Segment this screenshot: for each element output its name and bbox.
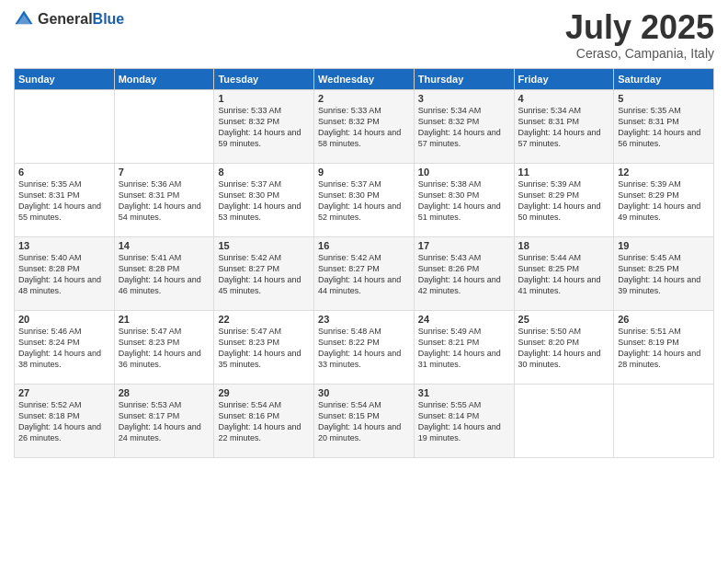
header-saturday: Saturday bbox=[614, 68, 714, 89]
calendar-table: Sunday Monday Tuesday Wednesday Thursday… bbox=[14, 68, 714, 458]
day-number: 12 bbox=[618, 167, 710, 178]
cell-info: Sunrise: 5:33 AMSunset: 8:32 PMDaylight:… bbox=[318, 106, 401, 148]
cell-info: Sunrise: 5:53 AMSunset: 8:17 PMDaylight:… bbox=[119, 400, 201, 442]
calendar-page: GeneralBlue July 2025 Ceraso, Campania, … bbox=[0, 0, 728, 563]
calendar-cell: 16Sunrise: 5:42 AMSunset: 8:27 PMDayligh… bbox=[314, 236, 415, 310]
day-number: 16 bbox=[318, 240, 410, 251]
cell-info: Sunrise: 5:39 AMSunset: 8:29 PMDaylight:… bbox=[618, 179, 700, 222]
logo-blue: Blue bbox=[93, 11, 125, 27]
calendar-cell: 29Sunrise: 5:54 AMSunset: 8:16 PMDayligh… bbox=[214, 384, 314, 457]
day-number: 9 bbox=[318, 167, 410, 178]
header-monday: Monday bbox=[114, 68, 214, 89]
header-thursday: Thursday bbox=[414, 68, 514, 89]
week-row-1: 1Sunrise: 5:33 AMSunset: 8:32 PMDaylight… bbox=[15, 89, 714, 163]
day-number: 31 bbox=[418, 387, 510, 398]
location-title: Ceraso, Campania, Italy bbox=[565, 46, 714, 61]
day-number: 20 bbox=[18, 314, 110, 325]
day-number: 27 bbox=[18, 387, 110, 398]
day-number: 14 bbox=[119, 240, 210, 251]
cell-info: Sunrise: 5:39 AMSunset: 8:29 PMDaylight:… bbox=[518, 179, 601, 222]
calendar-cell: 17Sunrise: 5:43 AMSunset: 8:26 PMDayligh… bbox=[414, 236, 514, 310]
header-tuesday: Tuesday bbox=[214, 68, 314, 89]
day-number: 25 bbox=[518, 314, 610, 325]
day-number: 30 bbox=[318, 387, 410, 398]
calendar-cell: 7Sunrise: 5:36 AMSunset: 8:31 PMDaylight… bbox=[114, 163, 214, 236]
calendar-cell bbox=[614, 384, 714, 457]
day-number: 19 bbox=[618, 240, 710, 251]
cell-info: Sunrise: 5:51 AMSunset: 8:19 PMDaylight:… bbox=[618, 327, 700, 369]
day-number: 23 bbox=[318, 314, 410, 325]
calendar-cell bbox=[15, 89, 115, 163]
cell-info: Sunrise: 5:34 AMSunset: 8:31 PMDaylight:… bbox=[518, 106, 601, 148]
week-row-4: 20Sunrise: 5:46 AMSunset: 8:24 PMDayligh… bbox=[15, 310, 714, 384]
cell-info: Sunrise: 5:34 AMSunset: 8:32 PMDaylight:… bbox=[418, 106, 501, 148]
cell-info: Sunrise: 5:38 AMSunset: 8:30 PMDaylight:… bbox=[418, 179, 501, 222]
calendar-cell: 25Sunrise: 5:50 AMSunset: 8:20 PMDayligh… bbox=[514, 310, 614, 384]
month-title: July 2025 bbox=[565, 9, 714, 46]
cell-info: Sunrise: 5:33 AMSunset: 8:32 PMDaylight:… bbox=[218, 106, 301, 148]
title-block: July 2025 Ceraso, Campania, Italy bbox=[565, 9, 714, 61]
calendar-cell: 5Sunrise: 5:35 AMSunset: 8:31 PMDaylight… bbox=[614, 89, 714, 163]
calendar-cell: 30Sunrise: 5:54 AMSunset: 8:15 PMDayligh… bbox=[314, 384, 415, 457]
cell-info: Sunrise: 5:44 AMSunset: 8:25 PMDaylight:… bbox=[518, 253, 601, 295]
weekday-header-row: Sunday Monday Tuesday Wednesday Thursday… bbox=[15, 68, 714, 89]
day-number: 29 bbox=[218, 387, 310, 398]
day-number: 8 bbox=[218, 167, 310, 178]
week-row-5: 27Sunrise: 5:52 AMSunset: 8:18 PMDayligh… bbox=[15, 384, 714, 457]
cell-info: Sunrise: 5:43 AMSunset: 8:26 PMDaylight:… bbox=[418, 253, 501, 295]
header-wednesday: Wednesday bbox=[314, 68, 415, 89]
cell-info: Sunrise: 5:49 AMSunset: 8:21 PMDaylight:… bbox=[418, 327, 501, 369]
day-number: 1 bbox=[218, 93, 310, 104]
cell-info: Sunrise: 5:37 AMSunset: 8:30 PMDaylight:… bbox=[318, 179, 401, 222]
calendar-cell: 8Sunrise: 5:37 AMSunset: 8:30 PMDaylight… bbox=[214, 163, 314, 236]
cell-info: Sunrise: 5:52 AMSunset: 8:18 PMDaylight:… bbox=[18, 400, 101, 442]
header-friday: Friday bbox=[514, 68, 614, 89]
calendar-cell: 28Sunrise: 5:53 AMSunset: 8:17 PMDayligh… bbox=[114, 384, 214, 457]
cell-info: Sunrise: 5:47 AMSunset: 8:23 PMDaylight:… bbox=[119, 327, 201, 369]
page-header: GeneralBlue July 2025 Ceraso, Campania, … bbox=[14, 9, 714, 61]
calendar-cell: 1Sunrise: 5:33 AMSunset: 8:32 PMDaylight… bbox=[214, 89, 314, 163]
day-number: 4 bbox=[518, 93, 610, 104]
day-number: 21 bbox=[119, 314, 210, 325]
day-number: 26 bbox=[618, 314, 710, 325]
day-number: 24 bbox=[418, 314, 510, 325]
day-number: 13 bbox=[18, 240, 110, 251]
calendar-cell bbox=[514, 384, 614, 457]
header-sunday: Sunday bbox=[15, 68, 115, 89]
day-number: 5 bbox=[618, 93, 710, 104]
cell-info: Sunrise: 5:37 AMSunset: 8:30 PMDaylight:… bbox=[218, 179, 301, 222]
day-number: 2 bbox=[318, 93, 410, 104]
calendar-cell: 3Sunrise: 5:34 AMSunset: 8:32 PMDaylight… bbox=[414, 89, 514, 163]
logo-icon bbox=[14, 9, 34, 29]
calendar-cell: 10Sunrise: 5:38 AMSunset: 8:30 PMDayligh… bbox=[414, 163, 514, 236]
day-number: 18 bbox=[518, 240, 610, 251]
calendar-cell: 18Sunrise: 5:44 AMSunset: 8:25 PMDayligh… bbox=[514, 236, 614, 310]
cell-info: Sunrise: 5:45 AMSunset: 8:25 PMDaylight:… bbox=[618, 253, 700, 295]
logo: GeneralBlue bbox=[14, 9, 124, 29]
day-number: 11 bbox=[518, 167, 610, 178]
calendar-cell: 24Sunrise: 5:49 AMSunset: 8:21 PMDayligh… bbox=[414, 310, 514, 384]
cell-info: Sunrise: 5:36 AMSunset: 8:31 PMDaylight:… bbox=[119, 179, 201, 222]
day-number: 17 bbox=[418, 240, 510, 251]
day-number: 15 bbox=[218, 240, 310, 251]
cell-info: Sunrise: 5:48 AMSunset: 8:22 PMDaylight:… bbox=[318, 327, 401, 369]
cell-info: Sunrise: 5:54 AMSunset: 8:15 PMDaylight:… bbox=[318, 400, 401, 442]
day-number: 7 bbox=[119, 167, 210, 178]
calendar-cell: 26Sunrise: 5:51 AMSunset: 8:19 PMDayligh… bbox=[614, 310, 714, 384]
cell-info: Sunrise: 5:35 AMSunset: 8:31 PMDaylight:… bbox=[618, 106, 700, 148]
calendar-cell bbox=[114, 89, 214, 163]
calendar-cell: 27Sunrise: 5:52 AMSunset: 8:18 PMDayligh… bbox=[15, 384, 115, 457]
calendar-cell: 14Sunrise: 5:41 AMSunset: 8:28 PMDayligh… bbox=[114, 236, 214, 310]
cell-info: Sunrise: 5:42 AMSunset: 8:27 PMDaylight:… bbox=[218, 253, 301, 295]
cell-info: Sunrise: 5:55 AMSunset: 8:14 PMDaylight:… bbox=[418, 400, 501, 442]
calendar-cell: 9Sunrise: 5:37 AMSunset: 8:30 PMDaylight… bbox=[314, 163, 415, 236]
calendar-cell: 20Sunrise: 5:46 AMSunset: 8:24 PMDayligh… bbox=[15, 310, 115, 384]
calendar-cell: 22Sunrise: 5:47 AMSunset: 8:23 PMDayligh… bbox=[214, 310, 314, 384]
calendar-cell: 2Sunrise: 5:33 AMSunset: 8:32 PMDaylight… bbox=[314, 89, 415, 163]
cell-info: Sunrise: 5:40 AMSunset: 8:28 PMDaylight:… bbox=[18, 253, 101, 295]
logo-general: General bbox=[38, 11, 93, 27]
logo-text: GeneralBlue bbox=[38, 11, 124, 28]
cell-info: Sunrise: 5:47 AMSunset: 8:23 PMDaylight:… bbox=[218, 327, 301, 369]
cell-info: Sunrise: 5:54 AMSunset: 8:16 PMDaylight:… bbox=[218, 400, 301, 442]
cell-info: Sunrise: 5:35 AMSunset: 8:31 PMDaylight:… bbox=[18, 179, 101, 222]
